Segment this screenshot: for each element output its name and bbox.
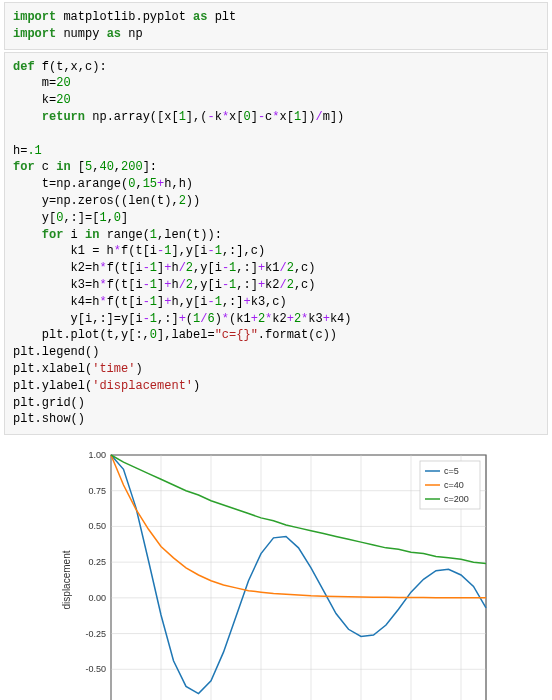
ytick-label: -0.25 bbox=[85, 629, 106, 639]
ytick-label: 0.50 bbox=[88, 522, 106, 532]
legend-label: c=200 bbox=[444, 494, 469, 504]
legend-label: c=5 bbox=[444, 466, 459, 476]
ytick-label: -0.50 bbox=[85, 664, 106, 674]
ylabel: displacement bbox=[61, 550, 72, 609]
ytick-label: 0.25 bbox=[88, 557, 106, 567]
code-block-imports: import matplotlib.pyplot as plt import n… bbox=[4, 2, 548, 50]
legend-label: c=40 bbox=[444, 480, 464, 490]
ytick-label: 0.00 bbox=[88, 593, 106, 603]
line-chart: 02468101214-0.75-0.50-0.250.000.250.500.… bbox=[56, 445, 496, 700]
ytick-label: 1.00 bbox=[88, 450, 106, 460]
chart-container: 02468101214-0.75-0.50-0.250.000.250.500.… bbox=[56, 445, 496, 700]
code-block-main: def f(t,x,c): m=20 k=20 return np.array(… bbox=[4, 52, 548, 436]
ytick-label: 0.75 bbox=[88, 486, 106, 496]
